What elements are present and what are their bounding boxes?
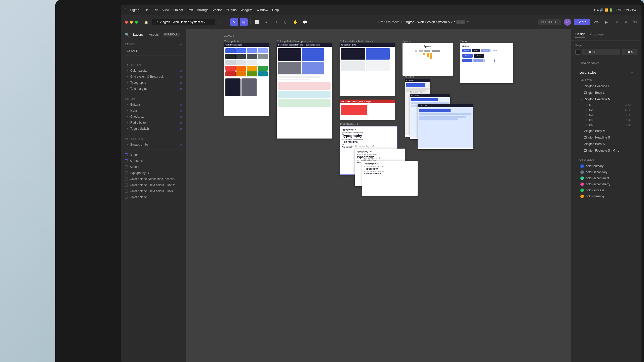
- frame-text-colour-dos[interactable]: Color palette - Text colour - Do's: [121, 188, 186, 194]
- present-button[interactable]: ▶: [603, 19, 610, 26]
- add-local-style-button[interactable]: +: [631, 70, 633, 75]
- new-tab-button[interactable]: +: [216, 18, 224, 26]
- menu-edit[interactable]: Edit: [153, 8, 158, 12]
- move-tool-button[interactable]: ↖: [230, 18, 238, 26]
- layer-grid-system[interactable]: ↳ Grid system & Break poi... ⊙: [121, 74, 186, 80]
- current-file-tab[interactable]: ⬡ Zington - Web Design System MV... ✕: [152, 19, 215, 25]
- prototype-tab[interactable]: Prototype: [589, 32, 603, 37]
- menu-vector[interactable]: Vector: [213, 8, 222, 12]
- link-icon[interactable]: ⊙: [180, 109, 182, 112]
- layer-checkbox[interactable]: ↳ Checkbox ⊙: [121, 114, 186, 120]
- menu-window[interactable]: Window: [256, 8, 268, 12]
- frame-typography-s[interactable]: Typography - S: [121, 170, 186, 176]
- frame-tool-button[interactable]: ⊞: [240, 18, 248, 26]
- layer-radio-button[interactable]: ↳ Radio button ⊙: [121, 120, 186, 126]
- color-style-warning[interactable]: color-warning: [579, 193, 633, 199]
- style-h3[interactable]: T H3 32/40: [579, 112, 633, 117]
- canvas-frame-typography-l[interactable]: Typography - L H1 — Circular Std Bold 56…: [362, 161, 418, 196]
- frame-color-palette-desc[interactable]: Color palette-Description, access...: [121, 176, 186, 182]
- page-color-swatch[interactable]: [575, 50, 580, 55]
- layer-icons[interactable]: ↳ Icons ⊙: [121, 108, 186, 114]
- footnote-group[interactable]: › Zington Footnote S - M - L: [579, 148, 633, 154]
- style-h2[interactable]: T H2 40/48: [579, 107, 633, 112]
- add-page-button[interactable]: +: [180, 43, 182, 46]
- page-opacity-input[interactable]: 100%: [622, 49, 637, 55]
- menu-object[interactable]: Object: [173, 8, 183, 12]
- frame-button[interactable]: Button: [121, 152, 186, 158]
- body-s-group[interactable]: › Zington Body S: [579, 141, 633, 147]
- menu-help[interactable]: Help: [272, 8, 279, 12]
- layer-text-margins[interactable]: ↳ Text margins ⊙: [121, 86, 186, 92]
- layers-section[interactable]: Particles ↳ Color palette ⊙ ↳ Grid syste…: [121, 60, 186, 362]
- canvas-frame-text-colour-donts[interactable]: Text colour - Don'ts (some example): [340, 100, 395, 120]
- headline-s-group[interactable]: › Zington Headline S: [579, 134, 633, 141]
- menu-arrange[interactable]: Arrange: [197, 8, 209, 12]
- home-button[interactable]: 🏠: [142, 18, 150, 26]
- link-icon[interactable]: ⊙: [180, 143, 182, 146]
- canvas-frame-l1200[interactable]: L - 1200px: [418, 104, 473, 149]
- body-l-group[interactable]: › Zington Body L: [579, 90, 633, 96]
- link-icon[interactable]: ⊙: [180, 75, 182, 78]
- comment-tool-button[interactable]: 💬: [301, 18, 309, 26]
- color-style-success[interactable]: color-success: [579, 187, 633, 193]
- headline-l-group[interactable]: › Zington Headline L: [579, 83, 633, 89]
- color-style-accent-mint[interactable]: color-accent-mint: [579, 175, 633, 181]
- minimize-window-button[interactable]: [130, 21, 133, 24]
- canvas-area[interactable]: COVER Color palette Global Color palette: [186, 29, 571, 362]
- canvas-frame-color-palette-desc[interactable]: Description, accessibility and colour co…: [277, 43, 332, 139]
- canvas-frame-text-colour-dos[interactable]: Text colour - Do's: [340, 43, 395, 96]
- zoom-button[interactable]: ⤢: [613, 19, 620, 26]
- color-style-accent-berry[interactable]: color-accent-berry: [579, 181, 633, 187]
- menu-widgets[interactable]: Widgets: [240, 8, 252, 12]
- assets-tab[interactable]: Assets: [147, 32, 161, 37]
- search-icon[interactable]: 🔍: [125, 33, 129, 37]
- text-tool-button[interactable]: T: [272, 18, 280, 26]
- hand-tool-button[interactable]: ✋: [291, 18, 299, 26]
- menu-text[interactable]: Text: [187, 8, 193, 12]
- portfolio-tab[interactable]: PORTFOLI...: [538, 19, 561, 25]
- link-icon[interactable]: ⊙: [180, 127, 182, 130]
- local-variables-chevron-icon[interactable]: ›: [633, 62, 633, 65]
- link-icon[interactable]: ⊙: [180, 103, 182, 106]
- body-m-group[interactable]: › Zington Body M: [579, 128, 633, 134]
- canvas-frame-button[interactable]: Button Button Button Button Button Butto…: [460, 43, 513, 83]
- frame-color-palette-2[interactable]: Color palette: [121, 194, 186, 200]
- tab-close-icon[interactable]: ✕: [210, 21, 212, 23]
- component-tool-button[interactable]: ⬡: [282, 18, 290, 26]
- breadcrumb-project[interactable]: Zington - Web Design System MVP: [404, 20, 455, 24]
- link-icon[interactable]: ⊙: [180, 115, 182, 118]
- menu-file[interactable]: File: [143, 8, 149, 12]
- maximize-window-button[interactable]: [135, 21, 138, 24]
- layer-buttons[interactable]: ↳ Buttons ⊙: [121, 102, 186, 108]
- layer-breadcrumbs[interactable]: ↳ Breadcrumbs ⊙: [121, 142, 186, 148]
- style-h4[interactable]: T H4 24/32: [579, 117, 633, 122]
- shape-tool-button[interactable]: ⬜: [253, 18, 261, 26]
- layer-toggle-switch[interactable]: ↳ Toggle Switch ⊙: [121, 126, 186, 132]
- canvas-frame-spacer[interactable]: Spacer: [403, 43, 453, 76]
- menu-view[interactable]: View: [162, 8, 169, 12]
- headline-m-group[interactable]: › Zington Headline M: [579, 96, 633, 102]
- layer-typography[interactable]: ↳ Typography ⊙: [121, 80, 186, 86]
- close-window-button[interactable]: [125, 21, 128, 24]
- link-icon[interactable]: ⊙: [180, 69, 182, 72]
- view-code-button[interactable]: </>: [593, 19, 600, 26]
- inspect-button[interactable]: ✏: [623, 19, 630, 26]
- menu-figma[interactable]: Figma: [130, 8, 139, 12]
- style-h1[interactable]: T H1 56/68: [579, 102, 633, 107]
- color-style-secondary[interactable]: color-secondary: [579, 169, 633, 175]
- link-icon[interactable]: ⊙: [180, 87, 182, 90]
- canvas-frame-color-palette[interactable]: Global Color palette: [224, 43, 269, 116]
- local-variables-section[interactable]: Local variables ›: [575, 59, 637, 67]
- link-icon[interactable]: ⊙: [180, 81, 182, 84]
- portfolio-sidebar-tab[interactable]: PORTFOLI...: [163, 33, 180, 36]
- frame-s360[interactable]: S - 360px: [121, 158, 186, 164]
- style-h5[interactable]: T H5 24/32: [579, 122, 633, 127]
- menu-plugins[interactable]: Plugins: [226, 8, 237, 12]
- layers-tab[interactable]: Layers: [131, 32, 145, 37]
- frame-text-colour-donts[interactable]: Color palette - Text colour - Don'ts: [121, 182, 186, 188]
- design-tab[interactable]: Design: [575, 32, 585, 37]
- user-avatar[interactable]: R: [564, 19, 571, 26]
- link-icon[interactable]: ⊙: [180, 121, 182, 124]
- frame-spacer[interactable]: Spacer: [121, 164, 186, 170]
- pen-tool-button[interactable]: ✒: [263, 18, 271, 26]
